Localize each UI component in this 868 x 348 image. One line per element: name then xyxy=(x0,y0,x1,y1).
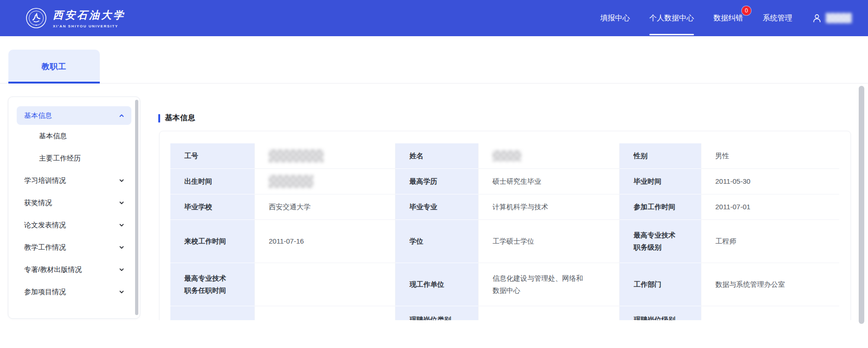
field-value xyxy=(479,306,620,320)
field-value: 硕士研究生毕业 xyxy=(479,169,620,194)
main-content-area: 基本信息 工号 姓名 性别 男性 出生时间 最高学历 硕士研究生毕业 毕业时间 … xyxy=(0,84,868,320)
field-value-redacted xyxy=(255,143,395,169)
redacted-value xyxy=(269,175,313,188)
university-logo[interactable]: 西安石油大学 XI'AN SHIYOU UNIVERSITY xyxy=(26,7,125,29)
field-value xyxy=(255,306,395,320)
field-value: 2011-05-30 xyxy=(701,169,839,194)
user-icon xyxy=(812,13,822,23)
field-label xyxy=(170,306,255,320)
field-label: 现聘岗位类别 xyxy=(395,306,479,320)
nav-item-personal-data-center[interactable]: 个人数据中心 xyxy=(649,0,694,36)
field-value: 2011-07-16 xyxy=(255,220,395,263)
field-value: 男性 xyxy=(701,143,839,169)
field-value: 西安交通大学 xyxy=(255,194,395,220)
redacted-value xyxy=(492,150,521,161)
field-label: 毕业专业 xyxy=(395,194,479,220)
field-value: 2011-07-01 xyxy=(701,194,839,220)
nav-item-data-correction[interactable]: 数据纠错 0 xyxy=(713,0,743,36)
field-label: 现工作单位 xyxy=(395,263,479,306)
field-label: 最高专业技术 职务任职时间 xyxy=(170,263,255,306)
basic-info-table: 工号 姓名 性别 男性 出生时间 最高学历 硕士研究生毕业 毕业时间 2011-… xyxy=(170,143,839,320)
field-value: 工程师 xyxy=(701,220,839,263)
field-value: 计算机科学与技术 xyxy=(479,194,620,220)
field-value: 信息化建设与管理处、网络和 数据中心 xyxy=(479,263,620,306)
field-label: 最高学历 xyxy=(395,169,479,194)
field-label: 姓名 xyxy=(395,143,479,169)
redacted-username xyxy=(826,13,852,23)
university-name-cn: 西安石油大学 xyxy=(53,8,125,22)
field-value-redacted xyxy=(255,169,395,194)
section-header: 基本信息 xyxy=(158,113,195,123)
section-title: 基本信息 xyxy=(165,113,195,123)
field-value: 数据与系统管理办公室 xyxy=(701,263,839,306)
basic-info-card: 工号 姓名 性别 男性 出生时间 最高学历 硕士研究生毕业 毕业时间 2011-… xyxy=(159,131,851,320)
field-label: 毕业学校 xyxy=(170,194,255,220)
field-value-redacted xyxy=(479,143,620,169)
field-label: 工号 xyxy=(170,143,255,169)
field-value xyxy=(701,306,839,320)
field-label: 毕业时间 xyxy=(620,169,701,194)
notification-badge: 0 xyxy=(742,6,751,15)
university-seal-icon xyxy=(26,7,47,29)
top-nav: 填报中心 个人数据中心 数据纠错 0 系统管理 xyxy=(600,0,852,36)
nav-item-report-center[interactable]: 填报中心 xyxy=(600,0,630,36)
field-label: 最高专业技术 职务级别 xyxy=(620,220,701,263)
tab-staff[interactable]: 教职工 xyxy=(8,50,100,84)
top-header: 西安石油大学 XI'AN SHIYOU UNIVERSITY 填报中心 个人数据… xyxy=(0,0,868,36)
field-label: 学位 xyxy=(395,220,479,263)
nav-item-system-management[interactable]: 系统管理 xyxy=(763,0,792,36)
field-label: 来校工作时间 xyxy=(170,220,255,263)
section-accent-bar xyxy=(158,114,160,122)
page-scrollbar[interactable] xyxy=(859,86,864,324)
field-label: 参加工作时间 xyxy=(620,194,701,220)
university-name-en: XI'AN SHIYOU UNIVERSITY xyxy=(53,24,125,28)
field-label: 工作部门 xyxy=(620,263,701,306)
personal-data-center-page: 西安石油大学 XI'AN SHIYOU UNIVERSITY 填报中心 个人数据… xyxy=(0,0,868,348)
redacted-value xyxy=(269,149,324,162)
field-value: 工学硕士学位 xyxy=(479,220,620,263)
field-label: 性别 xyxy=(620,143,701,169)
field-value xyxy=(255,263,395,306)
active-underline xyxy=(649,34,694,35)
field-label: 现聘岗位级别 xyxy=(620,306,701,320)
user-account-menu[interactable] xyxy=(812,0,852,36)
field-label: 出生时间 xyxy=(170,169,255,194)
